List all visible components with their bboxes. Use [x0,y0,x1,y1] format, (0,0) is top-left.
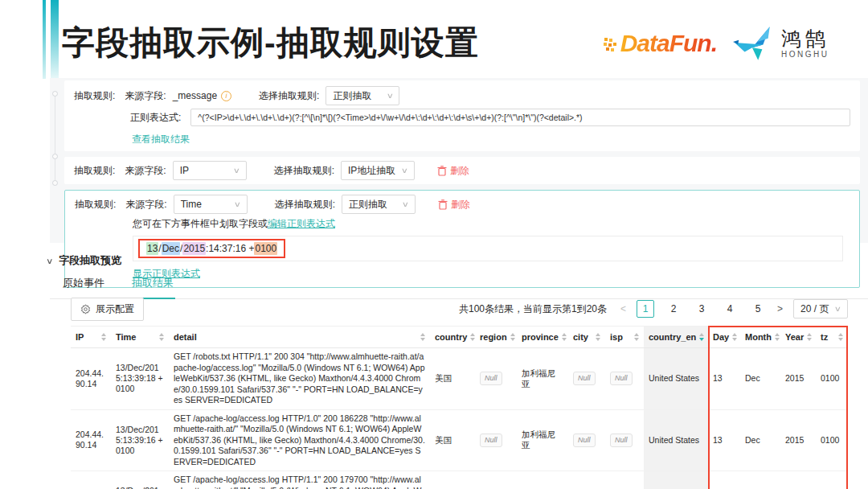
rule-type-select[interactable]: IP地址抽取 ∨ [341,161,415,180]
column-header-city[interactable]: city [568,327,605,348]
datafun-dots-icon [604,38,616,49]
column-header-ip[interactable]: IP [71,327,111,348]
sort-icon[interactable] [699,333,704,341]
prev-page-arrow[interactable]: < [620,303,626,314]
edit-regex-link[interactable]: 编辑正则表达式 [268,218,335,229]
hint-text: 您可在下方事件框中划取字段或 [133,218,268,229]
sort-icon[interactable] [420,333,425,341]
collapse-chevron-icon[interactable]: ∨ [46,257,54,265]
column-header-tz[interactable]: tz [816,327,848,348]
highlighted-date-box: 13/Dec/2015:14:37:16 +0100 [138,239,285,258]
regex-input[interactable] [190,109,850,126]
timeline-dot [52,180,58,186]
cell-city: Null [568,348,605,410]
cell-isp: 美国电话电报 [605,471,644,489]
sort-icon[interactable] [596,333,600,341]
tab-extract-results[interactable]: 抽取结果 [130,274,175,299]
source-field-select[interactable]: IP ∨ [173,161,247,180]
page-button-3[interactable]: 3 [693,300,710,318]
column-label: city [573,332,588,342]
chevron-down-icon: ∨ [834,305,841,313]
source-field-select[interactable]: Time ∨ [174,195,248,214]
column-header-country_en[interactable]: country_en [644,327,708,348]
column-label: province [522,332,559,342]
cell-province: 德克萨斯 [517,471,568,489]
column-header-country[interactable]: country [430,327,475,348]
rule-type-select[interactable]: 正则抽取 ∨ [342,195,416,214]
display-config-button[interactable]: 展示配置 [71,298,144,321]
sort-icon[interactable] [159,333,164,341]
delete-rule-button[interactable]: 删除 [438,198,470,212]
chevron-down-icon: ∨ [386,92,393,100]
cell-day: 13 [708,471,740,489]
column-header-detail[interactable]: detail [169,327,430,348]
results-card: 展示配置 共100条结果，当前显示第1到20条 < 12345 > 20 / 页… [71,298,848,489]
sort-icon[interactable] [101,333,106,341]
honghu-wordmark: 鸿鹄 HONGHU [781,28,829,60]
timeline-dot [52,91,58,97]
cell-tz: 0100 [816,348,848,410]
column-label: region [480,332,507,342]
table-row: 204.44.90.1413/Dec/2015:13:39:18 +0100GE… [71,348,848,410]
rule-label: 抽取规则: [74,89,115,103]
column-header-region[interactable]: region [475,327,517,348]
preview-section-header: ∨ 字段抽取预览 [47,253,121,268]
page-button-5[interactable]: 5 [749,300,767,318]
cell-day: 13 [708,348,740,410]
page-button-2[interactable]: 2 [665,300,682,318]
sort-icon[interactable] [562,333,567,341]
view-results-link[interactable]: 查看抽取结果 [132,133,190,146]
sort-icon[interactable] [732,333,737,341]
delete-rule-button[interactable]: 删除 [437,164,469,178]
sort-icon[interactable] [807,333,812,341]
pagination: 共100条结果，当前显示第1到20条 < 12345 > 20 / 页 ∨ [459,299,848,318]
sort-icon[interactable] [510,333,515,341]
column-header-month[interactable]: Month [740,327,780,348]
results-table-wrap: IPTimedetailcountryregionprovincecityisp… [71,326,848,489]
chevron-down-icon: ∨ [234,200,241,208]
source-field-value: _message [173,90,217,101]
rule-row-time: 抽取规则: 来源字段: Time ∨ 选择抽取规则: 正则抽取 ∨ [64,190,860,288]
page-size-select[interactable]: 20 / 页 ∨ [793,299,848,318]
column-header-day[interactable]: Day [708,327,740,348]
cell-year: 2015 [780,348,816,410]
page-button-4[interactable]: 4 [721,300,739,318]
cell-region: Null [475,471,517,489]
info-icon[interactable]: i [221,91,231,101]
select-rule-label: 选择抽取规则: [275,198,335,212]
column-label: Year [785,332,804,342]
event-sample-box[interactable]: 13/Dec/2015:14:37:16 +0100 [133,236,843,261]
event-segment: 2015 [182,242,206,255]
chevron-down-icon: ∨ [402,200,409,208]
column-label: country_en [649,332,696,342]
column-header-isp[interactable]: isp [605,327,644,348]
sort-icon[interactable] [634,333,639,341]
column-header-province[interactable]: province [517,327,568,348]
page-button-1[interactable]: 1 [637,300,654,318]
select-rule-label: 选择抽取规则: [274,164,334,178]
next-page-arrow[interactable]: > [777,303,783,314]
rule-type-select[interactable]: 正则抽取 ∨ [326,86,399,105]
sort-icon[interactable] [838,333,843,341]
sort-icon[interactable] [470,333,475,341]
null-badge: Null [480,434,502,447]
cell-country_en: United States [644,471,708,489]
cell-day: 13 [708,409,740,471]
event-segment: :14:37:16 + [206,243,254,254]
tab-raw-events[interactable]: 原始事件 [61,274,106,298]
event-segment: 13 [146,242,158,255]
sort-icon[interactable] [775,333,780,341]
source-field-value: IP [180,165,189,176]
column-header-time[interactable]: Time [111,327,169,348]
page-size-value: 20 / 页 [800,302,829,316]
column-label: detail [174,332,197,342]
cell-detail: GET /apache-log/access.log HTTP/1.0" 200… [169,409,430,471]
column-label: isp [610,332,623,342]
null-badge: Null [480,372,502,385]
column-header-year[interactable]: Year [780,327,816,348]
cell-city: Null [568,409,605,471]
cell-time: 13/Dec/2015:13:39:16 +0100 [111,409,169,471]
hint-line: 您可在下方事件框中划取字段或编辑正则表达式 [133,217,850,231]
cell-city: 达拉斯 [568,471,605,489]
cell-time: 13/Dec/2015:13:39:18 +0100 [111,348,169,410]
